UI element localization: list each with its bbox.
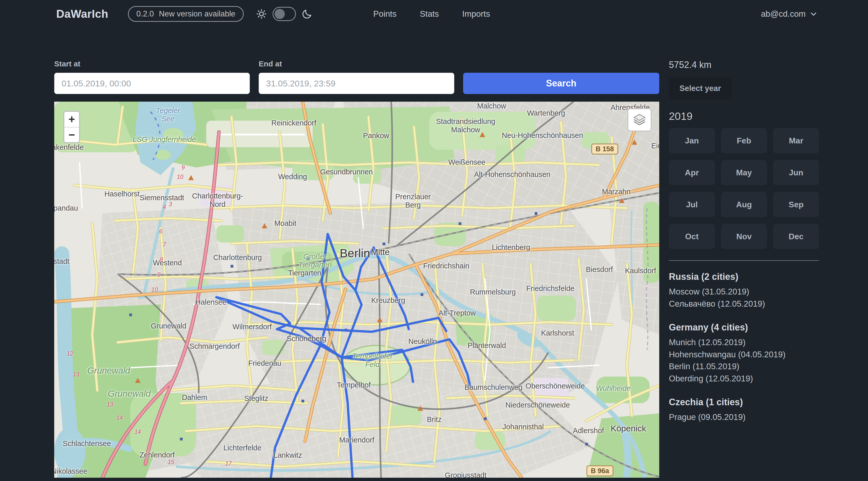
month-button[interactable]: Mar [773,128,819,153]
moon-icon [302,8,313,20]
country-name: Germany (4 cities) [669,322,819,333]
visited-countries: Russia (2 cities) Moscow (31.05.2019)Сел… [669,271,819,423]
stats-sidebar: 5752.4 km Select year 2019 JanFebMarAprM… [669,60,819,435]
month-button[interactable]: Jan [669,128,715,153]
country-group: Germany (4 cities) Munich (12.05.2019)Ho… [669,322,819,385]
account-email: ab@cd.com [761,9,806,19]
month-button[interactable]: Sep [773,192,819,217]
country-group: Czechia (1 cities) Prague (09.05.2019) [669,397,819,423]
city-item: Berlin (11.05.2019) [669,360,819,372]
app-header: DaWarIch 0.2.0 New version available Poi… [0,0,868,28]
version-number: 0.2.0 [136,9,154,19]
map-column: Start at End at Search [54,60,659,478]
zoom-out-button[interactable]: − [64,127,79,142]
month-button[interactable]: Nov [721,224,767,249]
main-content: Start at End at Search [0,28,868,478]
main-nav: PointsStatsImports [373,9,490,19]
nav-link[interactable]: Imports [462,9,490,19]
month-button[interactable]: Dec [773,224,819,249]
version-badge: 0.2.0 New version available [128,6,244,22]
total-distance: 5752.4 km [669,60,819,70]
month-grid: JanFebMarAprMayJunJulAugSepOctNovDec [669,128,819,249]
zoom-in-button[interactable]: + [64,112,79,127]
select-year-button[interactable]: Select year [669,77,732,99]
city-item: Сельвачёво (12.05.2019) [669,298,819,310]
city-list: Munich (12.05.2019)Hohenschwangau (04.05… [669,336,819,385]
map[interactable]: Tegeler SeeReinickendorfMalchowWartenber… [54,101,659,478]
month-button[interactable]: Feb [721,128,767,153]
nav-link[interactable]: Stats [420,9,439,19]
start-at-label: Start at [54,60,250,68]
highway-badge: B 96a [587,465,613,476]
map-tiles [54,101,659,478]
month-button[interactable]: Jul [669,192,715,217]
city-item: Hohenschwangau (04.05.2019) [669,349,819,361]
start-at-field: Start at [54,60,250,94]
city-list: Moscow (31.05.2019)Сельвачёво (12.05.201… [669,285,819,310]
year-heading: 2019 [669,110,819,122]
highway-badge: B 158 [591,144,618,154]
chevron-down-icon [810,10,817,18]
account-menu[interactable]: ab@cd.com [761,9,817,19]
map-zoom-control: + − [63,111,80,143]
country-group: Russia (2 cities) Moscow (31.05.2019)Сел… [669,271,819,310]
city-item: Prague (09.05.2019) [669,411,819,423]
app-logo: DaWarIch [56,8,108,20]
country-name: Russia (2 cities) [669,271,819,282]
start-at-input[interactable] [54,73,250,94]
month-button[interactable]: May [721,160,767,185]
city-list: Prague (09.05.2019) [669,411,819,423]
theme-toggle[interactable] [273,7,296,21]
theme-switcher [256,7,313,21]
sun-icon [256,8,267,20]
sidebar-divider [669,260,819,261]
date-filter-form: Start at End at Search [54,60,659,94]
nav-link[interactable]: Points [373,9,397,19]
city-item: Oberding (12.05.2019) [669,372,819,385]
month-button[interactable]: Apr [669,160,715,185]
end-at-field: End at [259,60,454,94]
version-note: New version available [159,9,236,19]
end-at-input[interactable] [259,73,454,94]
month-button[interactable]: Oct [669,224,715,249]
country-name: Czechia (1 cities) [669,397,819,408]
map-layers-control[interactable] [627,108,652,131]
city-item: Munich (12.05.2019) [669,336,819,349]
layers-icon [632,113,647,127]
end-at-label: End at [259,60,454,68]
toggle-knob [275,9,285,19]
month-button[interactable]: Jun [773,160,819,185]
month-button[interactable]: Aug [721,192,767,217]
city-item: Moscow (31.05.2019) [669,285,819,298]
search-button[interactable]: Search [463,73,659,94]
